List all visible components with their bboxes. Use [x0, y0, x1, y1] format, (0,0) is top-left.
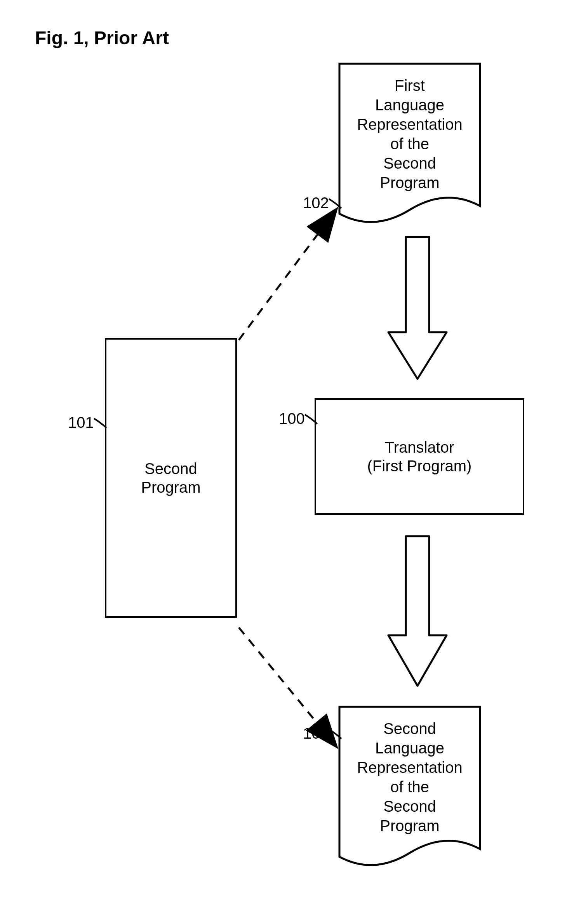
- translator-label: Translator (First Program): [367, 438, 472, 475]
- diagram-page: Fig. 1, Prior Art Second Program 101 Fir…: [0, 0, 581, 924]
- ref-101-tick-icon: [93, 418, 109, 429]
- dashed-arrow-101-to-102-icon: [235, 202, 351, 346]
- block-arrow-102-to-100-icon: [384, 235, 451, 383]
- dashed-arrow-101-to-103-icon: [235, 622, 351, 758]
- second-lang-rep-l2: Language: [375, 739, 444, 757]
- first-lang-rep-label: First Language Representation of the Sec…: [342, 76, 478, 192]
- first-lang-rep-l3: Representation: [357, 116, 462, 133]
- translator-label-line2: (First Program): [367, 457, 472, 474]
- svg-line-1: [239, 628, 336, 746]
- svg-line-0: [239, 210, 336, 340]
- translator-label-line1: Translator: [385, 439, 454, 456]
- translator-box: Translator (First Program): [315, 398, 524, 515]
- second-program-label-line1: Second: [144, 460, 197, 477]
- second-lang-rep-l3: Representation: [357, 759, 462, 776]
- block-arrow-100-to-103-icon: [384, 534, 451, 690]
- second-lang-rep-l5: Second: [383, 798, 436, 815]
- second-lang-rep-l1: Second: [383, 720, 436, 737]
- ref-100-tick-icon: [304, 414, 320, 425]
- figure-title: Fig. 1, Prior Art: [35, 27, 169, 49]
- first-lang-rep-l4: of the: [390, 135, 429, 152]
- second-program-label: Second Program: [141, 459, 200, 497]
- second-lang-rep-l6: Program: [380, 817, 439, 834]
- ref-101: 101: [68, 414, 94, 431]
- second-program-label-line2: Program: [141, 479, 200, 496]
- ref-100: 100: [279, 410, 305, 427]
- first-lang-rep-l6: Program: [380, 174, 439, 191]
- first-lang-rep-l1: First: [395, 77, 425, 94]
- second-lang-rep-label: Second Language Representation of the Se…: [342, 719, 478, 835]
- second-lang-rep-l4: of the: [390, 778, 429, 795]
- first-lang-rep-l2: Language: [375, 96, 444, 113]
- second-program-box: Second Program: [105, 338, 237, 618]
- first-lang-rep-l5: Second: [383, 155, 436, 172]
